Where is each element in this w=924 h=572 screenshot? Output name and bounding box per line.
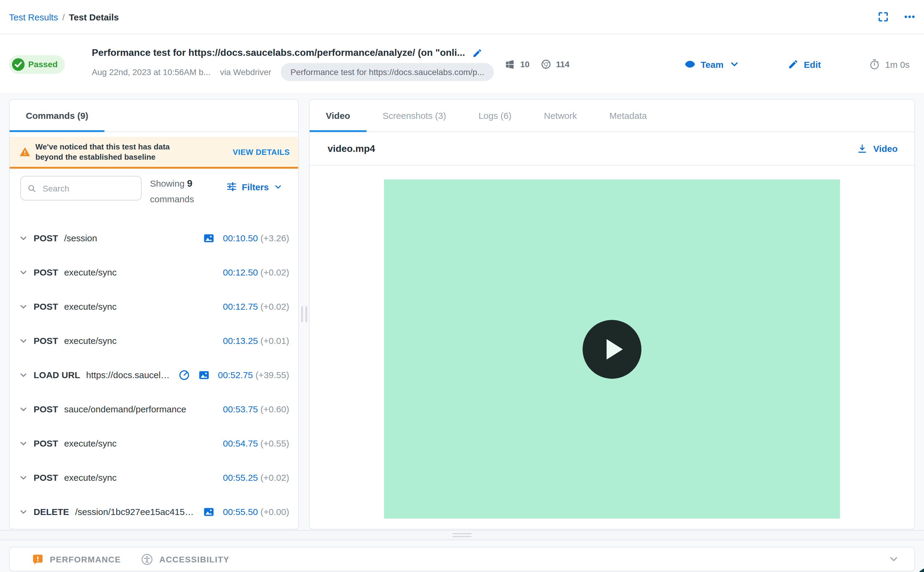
tab-network[interactable]: Network xyxy=(528,99,593,131)
play-icon xyxy=(606,339,623,359)
command-timing: 00:12.75 (+0.02) xyxy=(223,301,289,311)
filters-icon xyxy=(226,181,237,192)
command-row[interactable]: POST execute/sync 00:12.50 (+0.02) xyxy=(9,255,298,289)
command-timestamp[interactable]: 00:12.75 xyxy=(223,301,258,311)
chevron-down-icon[interactable] xyxy=(19,302,28,311)
screenshot-icon[interactable] xyxy=(203,232,215,244)
panel-resize-handle[interactable] xyxy=(301,306,307,322)
chevron-down-icon[interactable] xyxy=(888,553,899,565)
command-row[interactable]: LOAD URL https://docs.saucelab... 00:52.… xyxy=(9,358,298,392)
commands-panel: Commands (9) We've noticed that this tes… xyxy=(9,99,299,529)
windows-icon xyxy=(505,59,515,70)
test-duration: 1m 0s xyxy=(869,59,910,70)
command-row[interactable]: POST sauce/ondemand/performance 00:53.75… xyxy=(9,392,298,426)
screenshot-icon[interactable] xyxy=(203,506,215,518)
command-path: https://docs.saucelab... xyxy=(86,370,172,380)
command-row[interactable]: POST execute/sync 00:12.75 (+0.02) xyxy=(9,289,298,323)
chevron-down-icon[interactable] xyxy=(19,404,28,414)
edit-button[interactable]: Edit xyxy=(788,59,821,70)
commands-tabrow: Commands (9) xyxy=(9,99,298,132)
command-row[interactable]: POST execute/sync 00:54.75 (+0.55) xyxy=(9,426,298,460)
command-delta: (+0.55) xyxy=(260,438,289,448)
command-timing: 00:53.75 (+0.60) xyxy=(223,404,289,414)
performance-gauge-icon[interactable] xyxy=(178,369,190,381)
command-method: POST xyxy=(34,301,58,311)
tab-video[interactable]: Video xyxy=(310,99,366,131)
chevron-down-icon[interactable] xyxy=(19,507,28,516)
test-tag-pill[interactable]: Performance test for https://docs.saucel… xyxy=(281,63,494,81)
command-timestamp[interactable]: 00:54.75 xyxy=(223,438,258,448)
command-timestamp[interactable]: 00:52.75 xyxy=(218,370,253,380)
fullscreen-icon[interactable] xyxy=(877,11,889,23)
breadcrumb-separator: / xyxy=(62,12,65,22)
showing-count-number: 9 xyxy=(187,178,192,188)
bottom-resize-strip xyxy=(0,530,924,540)
page-title: Performance test for https://docs.saucel… xyxy=(92,47,465,58)
command-row[interactable]: DELETE /session/1bc927ee15ac4157a... 00:… xyxy=(9,494,298,529)
team-label: Team xyxy=(701,59,723,69)
command-delta: (+39.55) xyxy=(255,370,289,380)
accessibility-icon xyxy=(141,553,153,565)
performance-section-toggle[interactable]: PERFORMANCE xyxy=(32,553,121,565)
search-input[interactable] xyxy=(42,183,135,194)
command-path: execute/sync xyxy=(64,438,117,448)
tab-metadata[interactable]: Metadata xyxy=(593,99,663,131)
command-timestamp[interactable]: 00:55.25 xyxy=(223,473,258,483)
edit-label: Edit xyxy=(804,59,821,69)
play-button[interactable] xyxy=(583,320,642,378)
command-row[interactable]: POST execute/sync 00:55.25 (+0.02) xyxy=(9,460,298,494)
video-player[interactable] xyxy=(384,179,840,519)
tab-commands[interactable]: Commands (9) xyxy=(9,99,104,131)
bottom-resize-handle[interactable] xyxy=(453,533,471,537)
test-details-page: Test Results / Test Details Passed xyxy=(0,0,924,572)
performance-label: PERFORMANCE xyxy=(50,554,121,564)
os-version-text: 10 xyxy=(520,59,530,69)
command-row[interactable]: POST execute/sync 00:13.25 (+0.01) xyxy=(9,323,298,358)
command-timestamp[interactable]: 00:13.25 xyxy=(223,336,258,346)
chevron-down-icon[interactable] xyxy=(19,267,28,277)
test-via: via Webdriver xyxy=(220,67,271,77)
edit-title-pencil-icon[interactable] xyxy=(472,48,482,58)
chevron-down-icon xyxy=(274,182,282,191)
video-file-row: video.mp4 Video xyxy=(310,132,915,166)
command-delta: (+0.02) xyxy=(260,473,289,483)
chevron-down-icon[interactable] xyxy=(19,473,28,482)
command-list: POST /session 00:10.50 (+3.26) POST exec… xyxy=(9,217,298,529)
command-timing: 00:12.50 (+0.02) xyxy=(223,267,289,277)
status-text: Passed xyxy=(28,59,57,69)
showing-count: Showing 9 commands xyxy=(150,176,200,207)
command-path: execute/sync xyxy=(64,267,117,277)
commands-toolbar: Showing 9 commands Filters xyxy=(9,169,298,217)
view-details-link[interactable]: VIEW DETAILS xyxy=(233,148,290,156)
command-timestamp[interactable]: 00:55.50 xyxy=(223,507,258,517)
test-header: Passed Performance test for https://docs… xyxy=(0,35,924,94)
command-timestamp[interactable]: 00:53.75 xyxy=(223,404,258,414)
download-video-label: Video xyxy=(873,143,898,154)
accessibility-section-toggle[interactable]: ACCESSIBILITY xyxy=(141,553,229,565)
command-timestamp[interactable]: 00:10.50 xyxy=(223,233,258,243)
screenshot-icon[interactable] xyxy=(198,369,210,381)
browser-version-text: 114 xyxy=(556,59,569,69)
search-icon xyxy=(27,183,37,193)
tab-screenshots-3[interactable]: Screenshots (3) xyxy=(366,99,462,131)
team-dropdown[interactable]: Team xyxy=(684,59,740,70)
download-video-button[interactable]: Video xyxy=(857,143,898,154)
command-row[interactable]: POST /session 00:10.50 (+3.26) xyxy=(9,221,298,255)
chevron-down-icon[interactable] xyxy=(19,438,28,448)
video-file-name: video.mp4 xyxy=(328,143,375,154)
chevron-down-icon[interactable] xyxy=(19,336,28,345)
command-delta: (+0.02) xyxy=(260,267,289,277)
filters-dropdown[interactable]: Filters xyxy=(226,181,282,192)
tab-logs-6[interactable]: Logs (6) xyxy=(462,99,528,131)
chevron-down-icon[interactable] xyxy=(19,233,28,243)
breadcrumb-test-results-link[interactable]: Test Results xyxy=(9,12,58,22)
ellipsis-icon[interactable] xyxy=(904,11,916,23)
eye-icon xyxy=(684,59,695,70)
command-timing: 00:13.25 (+0.01) xyxy=(223,336,289,346)
check-circle-icon xyxy=(12,58,25,70)
video-stage xyxy=(310,166,915,519)
chevron-down-icon[interactable] xyxy=(19,370,28,380)
command-timestamp[interactable]: 00:12.50 xyxy=(223,267,258,277)
warning-triangle-icon xyxy=(20,147,30,157)
command-timing: 00:10.50 (+3.26) xyxy=(223,233,289,243)
